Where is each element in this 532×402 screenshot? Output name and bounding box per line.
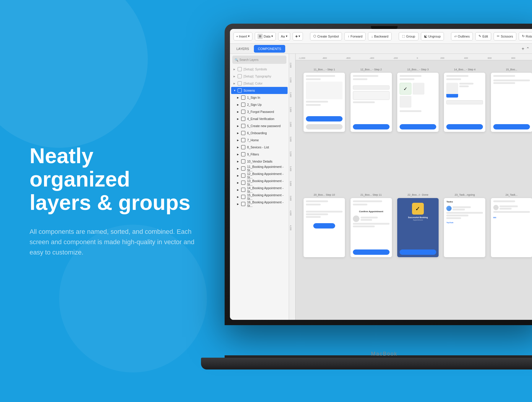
layer-item-forgot-password[interactable]: ▶ 3_Forgot Password (231, 108, 288, 115)
screen-label-22: 22_Boo...t - Done (408, 193, 429, 196)
layer-item-booking-13[interactable]: ▶ 13_Booking Appointment - St... (231, 179, 288, 186)
screen-label-21: 21_Boo... Step 11 (361, 193, 382, 196)
tab-layers[interactable]: LAYERS (232, 45, 253, 53)
toolbar-forward-btn[interactable]: ↑ Forward (344, 32, 366, 40)
screen-frame-21: Confirm Appointment (351, 198, 392, 257)
screen-label-13: 13_Boo... - Step 3 (407, 68, 429, 71)
search-placeholder: Search Layers (239, 58, 258, 61)
group-icon (241, 152, 245, 156)
group-icon (241, 95, 245, 100)
arrow-icon: ▼ (233, 89, 236, 92)
search-layers-bar[interactable]: 🔍 Search Layers (232, 56, 286, 64)
layer-item-services[interactable]: ▶ 8_Sevices - List (231, 144, 288, 151)
layer-item-onboarding[interactable]: ▶ 6_Onboarding (231, 129, 288, 137)
ruler-mark-vertical: 2,600 (290, 107, 292, 112)
group-icon (241, 117, 245, 121)
layer-item-booking-14[interactable]: ▶ 14_Booking Appointment - St... (231, 186, 288, 193)
ruler-mark: -800 (322, 57, 327, 59)
toolbar-text-btn[interactable]: Aa ▾ (278, 32, 290, 40)
group-icon (238, 81, 242, 85)
collapse-btn[interactable]: ⌃ (526, 46, 530, 51)
layer-item-screens[interactable]: ▼ Screens (231, 87, 288, 94)
create-symbol-icon: ⬡ (313, 34, 316, 38)
layer-item-vendor[interactable]: ▶ 10_Vendor Details (231, 158, 288, 165)
layer-item-booking-12[interactable]: ▶ 12_Booking Appointment - St... (231, 172, 288, 179)
layer-item-create-password[interactable]: ▶ 5_Create new password (231, 122, 288, 129)
layer-item-sign-in[interactable]: ▶ 1_Sign In (231, 94, 288, 101)
macbook-label: MacBook (371, 351, 397, 357)
group-icon (241, 131, 245, 135)
tab-components[interactable]: COMPONENTS (254, 45, 286, 53)
screen-label-24: 24_Task... (505, 193, 518, 196)
screen-frame-12 (351, 73, 392, 132)
toolbar-edit-btn[interactable]: ✎ Edit (475, 32, 491, 40)
toolbar-rotate-btn[interactable]: ↻ Rotate (519, 32, 532, 40)
layer-item-email-verification[interactable]: ▶ 4_Email Verification (231, 115, 288, 122)
toolbar-data-btn[interactable]: ⊞ Data ▾ (255, 32, 276, 40)
group-icon (238, 67, 242, 71)
ruler-mark: -400 (369, 57, 374, 59)
screen-frame-22: ✓ Successful Booking Appointment (397, 198, 439, 257)
screen-thumb-22: 22_Boo...t - Done ✓ Successful Booking A… (397, 193, 439, 314)
bg-decoration-circle-left (0, 0, 148, 148)
group-icon (238, 88, 242, 93)
arrow-icon: ▶ (233, 75, 236, 78)
arrow-icon: ▶ (237, 160, 239, 163)
arrow-icon: ▶ (237, 196, 239, 198)
add-layer-btn[interactable]: + (522, 46, 524, 51)
ruler-mark: 200 (440, 57, 444, 59)
ruler-mark-vertical: 4,200 (290, 225, 292, 231)
arrow-icon: ▶ (237, 167, 239, 170)
ruler-mark-vertical: 2,400 (290, 92, 292, 98)
arrow-icon: ▶ (233, 82, 236, 85)
ruler-mark: 400 (464, 57, 468, 59)
arrow-icon: ▶ (237, 96, 239, 99)
layer-item-setup-symbols[interactable]: ▶ [Setup]: Symbols (231, 66, 288, 73)
layer-item-home[interactable]: ▶ 7_Home (231, 137, 288, 144)
ruler-mark: -1,000 (299, 57, 305, 59)
ruler-mark-vertical: 3,000 (290, 137, 292, 142)
ruler-mark-vertical: 3,400 (290, 166, 292, 171)
ruler-top: -1,000 -800 -600 -400 -200 0 200 400 600… (296, 54, 532, 60)
toolbar-symbols-btn[interactable]: ◈ ▾ (293, 32, 303, 40)
rotate-icon: ↻ (522, 34, 525, 38)
symbols-icon: ◈ (295, 34, 298, 38)
chevron-icon: ▾ (248, 34, 250, 38)
layer-item-booking-16[interactable]: ▶ 16_Booking Appointment - St... (231, 200, 288, 208)
group-icon (241, 159, 245, 163)
group-icon (241, 110, 245, 114)
layer-item-booking-11[interactable]: ▶ 11_Booking Appointment - St... (231, 165, 288, 172)
toolbar-group-btn[interactable]: ⬚ Group (399, 32, 419, 40)
layer-item-booking-15[interactable]: ▶ 15_Booking Appointment - St... (231, 193, 288, 200)
toolbar-insert-btn[interactable]: + Insert ▾ (233, 32, 252, 40)
arrow-icon: ▶ (237, 146, 239, 149)
layers-list: ▶ [Setup]: Symbols ▶ [Setup]: Typography… (230, 66, 289, 320)
screen-label-14: 14_Boo... - Step 4 (454, 68, 476, 71)
screen-thumb-21: 21_Boo... Step 11 Confirm Appointment (350, 193, 392, 314)
toolbar-scissors-btn[interactable]: ✂ Scissors (494, 32, 516, 40)
screen-label-20: 20_Boo... Step 10 (314, 193, 335, 196)
ruler-mark: 600 (488, 57, 492, 59)
screen-thumb-24: 24_Task... (491, 193, 532, 314)
screen-thumb-15: 15_Boo... (491, 68, 532, 189)
layer-item-filters[interactable]: ▶ 9_Filters (231, 151, 288, 158)
toolbar-outlines-btn[interactable]: ▱ Outlines (451, 32, 473, 40)
search-icon: 🔍 (235, 58, 238, 61)
screen-thumb-11: 11_Boo... - Step 1 (303, 68, 345, 189)
toolbar-ungroup-btn[interactable]: ⬕ Ungroup (421, 32, 444, 40)
toolbar-backward-btn[interactable]: ↓ Backward (368, 32, 392, 40)
ruler-mark: 800 (511, 57, 515, 59)
group-icon (241, 103, 245, 107)
ruler-mark-vertical: 3,600 (290, 181, 292, 186)
layer-item-setup-color[interactable]: ▶ [Setup]: Color (231, 80, 288, 87)
laptop-body: + Insert ▾ ⊞ Data ▾ Aa ▾ ◈ (225, 24, 532, 325)
group-icon (241, 174, 245, 178)
layer-item-setup-typography[interactable]: ▶ [Setup]: Typography (231, 73, 288, 80)
laptop-notch (371, 26, 398, 29)
ruler-mark-vertical: 4,000 (290, 210, 292, 216)
layer-item-sign-up[interactable]: ▶ 2_Sign Up (231, 101, 288, 108)
group-icon (241, 138, 245, 142)
toolbar-create-symbol-btn[interactable]: ⬡ Create Symbol (310, 32, 342, 40)
chevron-icon2: ▾ (271, 34, 273, 38)
group-icon (241, 195, 245, 199)
